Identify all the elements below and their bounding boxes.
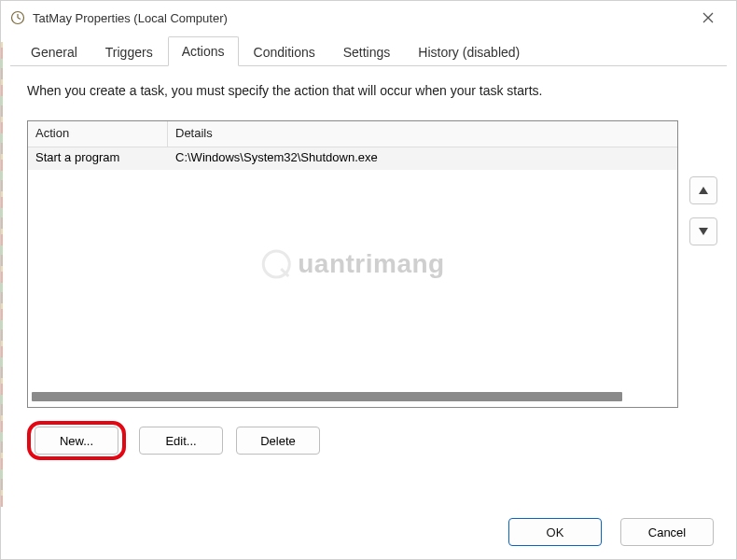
column-header-details[interactable]: Details	[168, 121, 677, 147]
window-title: TatMay Properties (Local Computer)	[33, 11, 689, 25]
horizontal-scrollbar[interactable]	[32, 390, 674, 403]
svg-marker-8	[699, 187, 708, 194]
tab-triggers[interactable]: Triggers	[92, 38, 166, 66]
new-button[interactable]: New...	[35, 427, 118, 455]
svg-line-7	[281, 269, 288, 276]
watermark-text: uantrimang	[298, 249, 444, 279]
actions-listbox[interactable]: Action Details Start a program C:\Window…	[27, 120, 678, 408]
dialog-footer: OK Cancel	[508, 518, 714, 546]
svg-point-5	[263, 251, 289, 277]
delete-button[interactable]: Delete	[236, 427, 320, 455]
cell-details: C:\Windows\System32\Shutdown.exe	[168, 147, 677, 170]
triangle-down-icon	[699, 228, 708, 235]
svg-marker-9	[699, 228, 708, 235]
ok-button[interactable]: OK	[508, 518, 602, 546]
watermark-q-icon	[260, 248, 292, 280]
watermark: uantrimang	[260, 248, 444, 280]
tab-bar: General Triggers Actions Conditions Sett…	[10, 35, 727, 66]
column-header-action[interactable]: Action	[28, 121, 168, 147]
tab-conditions[interactable]: Conditions	[241, 38, 328, 66]
tab-actions[interactable]: Actions	[168, 36, 239, 66]
close-button[interactable]	[689, 5, 727, 31]
highlight-new: New...	[27, 421, 126, 460]
decorative-strip	[1, 42, 3, 507]
tab-content: When you create a task, you must specify…	[1, 66, 736, 469]
edit-button[interactable]: Edit...	[139, 427, 223, 455]
move-up-button[interactable]	[689, 176, 717, 204]
svg-point-6	[263, 251, 289, 277]
tab-history[interactable]: History (disabled)	[405, 38, 533, 66]
cancel-button[interactable]: Cancel	[620, 518, 714, 546]
list-header: Action Details	[28, 121, 677, 147]
clock-icon	[10, 10, 25, 25]
list-row[interactable]: Start a program C:\Windows\System32\Shut…	[28, 147, 677, 170]
reorder-buttons	[689, 120, 717, 408]
scrollbar-thumb[interactable]	[32, 392, 622, 401]
tab-general[interactable]: General	[18, 38, 90, 66]
action-button-row: New... Edit... Delete	[27, 421, 717, 460]
move-down-button[interactable]	[689, 217, 717, 245]
tab-settings[interactable]: Settings	[330, 38, 404, 66]
instruction-text: When you create a task, you must specify…	[27, 83, 717, 98]
svg-line-2	[18, 18, 21, 20]
task-properties-window: TatMay Properties (Local Computer) Gener…	[0, 0, 737, 560]
triangle-up-icon	[699, 187, 708, 194]
actions-list-area: Action Details Start a program C:\Window…	[27, 120, 717, 408]
titlebar: TatMay Properties (Local Computer)	[1, 1, 736, 35]
close-icon	[702, 12, 714, 23]
cell-action: Start a program	[28, 147, 168, 170]
